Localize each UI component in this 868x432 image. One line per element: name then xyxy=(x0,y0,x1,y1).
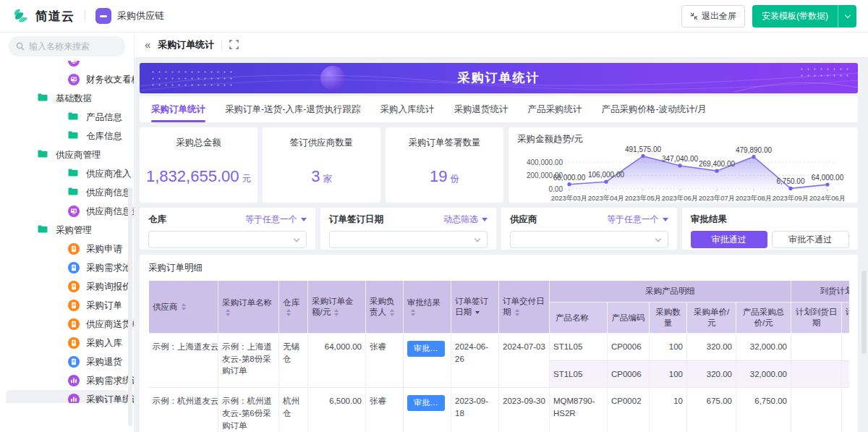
column-header[interactable]: 仓库 xyxy=(279,281,308,334)
column-header[interactable]: 采购负责人 xyxy=(366,281,404,334)
sidebar-item[interactable]: 供应商信息 xyxy=(6,183,128,202)
sidebar-item[interactable]: 采购退货 xyxy=(6,352,128,371)
sidebar-item[interactable]: 采购入库 xyxy=(6,334,128,352)
collapse-sidebar-icon[interactable]: « xyxy=(145,39,150,50)
sidebar-item[interactable] xyxy=(6,61,128,70)
folder-icon xyxy=(38,224,49,236)
sidebar-item[interactable]: 采购询报价 xyxy=(6,277,128,296)
shell: 输入名称来搜索 财务收支看板基础数据产品信息仓库信息供应商管理供应商准入供应商信… xyxy=(0,32,868,432)
column-header-label: 仓库 xyxy=(283,298,299,307)
column-header[interactable]: 订单交付日期 xyxy=(499,281,550,334)
svg-text:2023年07月: 2023年07月 xyxy=(699,194,736,202)
order-amount-cell: 64,000.00 xyxy=(308,334,366,388)
stat-value: 3家 xyxy=(311,167,332,186)
sub-column-header: 产品编码 xyxy=(608,302,650,334)
chevron-down-icon[interactable] xyxy=(838,5,856,27)
sidebar-item[interactable]: 仓库信息 xyxy=(6,127,128,145)
column-header[interactable]: 订单签订日期 xyxy=(451,281,499,334)
column-header[interactable]: 供应商 xyxy=(149,281,218,334)
sidebar-item[interactable]: 采购管理 xyxy=(6,221,128,240)
filter-label: 仓库 xyxy=(148,213,166,226)
group-header: 到货计划 xyxy=(791,281,850,302)
filter-option-button[interactable]: 审批通过 xyxy=(691,231,767,248)
svg-text:2024年06月: 2024年06月 xyxy=(809,194,846,202)
column-header-label: 供应商 xyxy=(153,302,178,311)
report-tab[interactable]: 采购退货统计 xyxy=(454,96,509,122)
sidebar-item[interactable]: 基础数据 xyxy=(6,89,128,108)
stat-value: 1,832,655.00元 xyxy=(146,167,251,186)
search-input[interactable]: 输入名称来搜索 xyxy=(9,36,125,56)
stat-value: 19份 xyxy=(430,167,459,186)
stat-card: 采购订单签署数量19份 xyxy=(386,127,503,203)
filter-label: 审批结果 xyxy=(691,213,727,226)
quantity-cell: 100 xyxy=(650,334,687,361)
order-table-card: 采购订单明细 供应商采购订单名称仓库采购订单金额/元采购负责人审批结果订单签订日… xyxy=(140,255,858,432)
report-tab[interactable]: 产品采购统计 xyxy=(528,96,582,122)
filter-card: 供应商等于任意一个 xyxy=(501,208,677,250)
filter-select[interactable] xyxy=(510,231,668,248)
sidebar-item[interactable]: 财务收支看板 xyxy=(6,70,128,89)
sidebar-item[interactable]: 供应商管理 xyxy=(6,145,128,164)
filter-option-button[interactable]: 审批不通过 xyxy=(772,231,850,248)
sidebar-item[interactable]: 采购订单 xyxy=(6,296,128,315)
filter-select[interactable] xyxy=(148,231,307,248)
sidebar-item-label: 供应商信息 xyxy=(86,187,132,199)
column-header[interactable]: 审批结果 xyxy=(404,281,451,334)
column-header-label: 订单签订日期 xyxy=(455,297,488,316)
sub-column-header: 计划到货数量 xyxy=(842,302,850,334)
column-header[interactable]: 采购订单金额/元 xyxy=(308,281,366,334)
sidebar-item[interactable]: 供应商信息查询 xyxy=(6,202,128,221)
filter-label: 供应商 xyxy=(510,213,537,226)
column-header-label: 采购订单金额/元 xyxy=(312,297,354,316)
svg-text:400,000.00: 400,000.00 xyxy=(527,158,563,166)
column-header[interactable]: 采购订单名称 xyxy=(218,281,279,334)
sidebar-item[interactable]: 采购需求统计 xyxy=(6,371,128,390)
sidebar-item-label: 采购订单 xyxy=(86,300,122,312)
filter-select[interactable] xyxy=(329,231,488,248)
exit-fullscreen-label: 退出全屏 xyxy=(702,10,736,22)
sidebar-item[interactable]: 产品信息 xyxy=(6,108,128,127)
filter-card: 仓库等于任意一个 xyxy=(140,208,315,250)
filter-operator[interactable]: 动态筛选 xyxy=(443,213,488,226)
sort-icon xyxy=(411,309,415,316)
quantity-cell: 10 xyxy=(650,388,687,432)
install-template-button[interactable]: 安装模板(带数据) xyxy=(752,5,856,27)
search-icon xyxy=(16,42,25,51)
unit-price-cell: 320.00 xyxy=(687,334,736,361)
report-tab[interactable]: 采购订单统计 xyxy=(151,96,205,122)
filter-operator[interactable]: 等于任意一个 xyxy=(607,213,668,226)
report-tab[interactable]: 采购订单-送货-入库-退货执行跟踪 xyxy=(225,96,361,122)
svg-text:2023年06月: 2023年06月 xyxy=(662,194,699,202)
svg-text:2023年04月: 2023年04月 xyxy=(588,194,625,202)
sidebar-item[interactable]: 采购订单统计 xyxy=(6,390,128,403)
sidebar-item-label: 采购询报价 xyxy=(86,281,132,293)
svg-text:479,890.00: 479,890.00 xyxy=(736,146,772,154)
expand-fullscreen-icon[interactable] xyxy=(229,40,239,49)
product-code-cell: CP0002 xyxy=(608,388,650,432)
svg-text:106,000.00: 106,000.00 xyxy=(588,171,624,179)
report-tab[interactable]: 采购入库统计 xyxy=(380,96,435,122)
sidebar-item[interactable]: 采购需求池 xyxy=(6,258,128,277)
report-tab[interactable]: 产品采购价格-波动统计/月 xyxy=(602,96,707,122)
approval-status-button[interactable]: 审批... xyxy=(407,395,445,411)
sidebar-item[interactable]: 供应商送货单 xyxy=(6,315,128,334)
chevron-down-icon xyxy=(655,236,661,242)
sidebar-item[interactable]: 供应商准入 xyxy=(6,164,128,183)
form-icon xyxy=(68,243,80,255)
report-tabs: 采购订单统计采购订单-送货-入库-退货执行跟踪采购入库统计采购退货统计产品采购统… xyxy=(140,96,858,122)
folder-icon xyxy=(68,187,80,198)
approval-status-button[interactable]: 审批... xyxy=(407,341,445,357)
svg-text:269,400.00: 269,400.00 xyxy=(699,160,735,168)
sidebar-scrollbar[interactable] xyxy=(128,187,132,426)
workspace-tab-title: 采购订单统计 xyxy=(158,38,214,51)
sidebar-item-label: 仓库信息 xyxy=(86,130,122,143)
content-scrollbar[interactable] xyxy=(861,271,867,354)
folder-icon xyxy=(68,111,80,123)
sidebar-item[interactable]: 采购申请 xyxy=(6,240,128,258)
filter-operator[interactable]: 等于任意一个 xyxy=(245,213,307,226)
logo-text: 简道云 xyxy=(35,8,75,25)
sub-column-header: 采购数量 xyxy=(650,302,687,334)
exit-fullscreen-button[interactable]: 退出全屏 xyxy=(681,5,745,27)
table-row: 示例：杭州道友云示例：杭州道友云-第6份采购订单杭州仓6,500.00张睿审批.… xyxy=(149,388,850,432)
form-icon xyxy=(68,337,80,349)
